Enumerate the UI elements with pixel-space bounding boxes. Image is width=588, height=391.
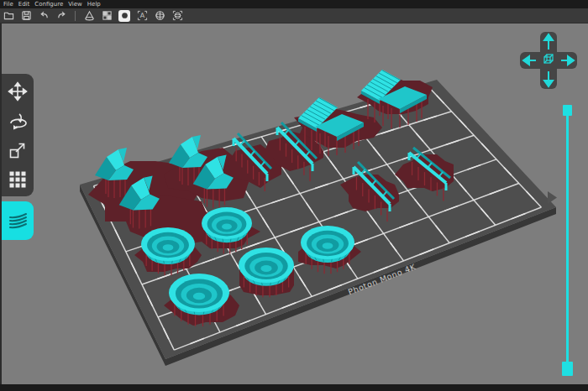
menu-configure[interactable]: Configure: [34, 0, 63, 8]
build-plate-scene[interactable]: Photon Mono 4K: [0, 23, 588, 384]
checker-view-button[interactable]: [101, 10, 113, 22]
text-view-button[interactable]: A: [136, 10, 148, 22]
menu-file[interactable]: File: [3, 0, 13, 8]
scale-tool-button[interactable]: [2, 135, 34, 164]
move-tool-button[interactable]: [2, 76, 34, 106]
redo-arrow-icon: [56, 10, 67, 21]
menu-edit[interactable]: Edit: [18, 0, 30, 8]
filled-circle-icon: [119, 10, 130, 21]
undo-arrow-icon: [39, 10, 50, 21]
sphere-selection-icon: [172, 10, 183, 21]
globe-view-button[interactable]: [154, 10, 165, 22]
app-window: File Edit Configure View Help: [0, 0, 588, 391]
letter-a-icon: A: [137, 10, 148, 21]
solid-view-button[interactable]: [118, 10, 130, 22]
save-button[interactable]: [20, 10, 32, 22]
menu-bar: File Edit Configure View Help: [0, 0, 588, 8]
layer-slider-bottom-handle[interactable]: [562, 362, 573, 376]
layer-slider-top-handle[interactable]: [563, 105, 572, 116]
status-bar: [0, 384, 588, 391]
cone-icon: [84, 10, 95, 21]
expand-panel-arrow[interactable]: [548, 191, 557, 204]
sphere-select-view-button[interactable]: [171, 10, 183, 22]
folder-icon: [3, 10, 14, 21]
toolbar: A: [0, 8, 588, 23]
scale-icon: [8, 140, 28, 160]
undo-button[interactable]: [38, 10, 50, 22]
view-navigation-pad: [520, 32, 577, 89]
rotate-tool-button[interactable]: [2, 106, 34, 135]
supports-tool-button[interactable]: [2, 201, 34, 240]
toolbar-separator: [75, 11, 76, 21]
arrange-tool-button[interactable]: [2, 164, 34, 194]
redo-button[interactable]: [55, 10, 67, 22]
svg-text:A: A: [139, 12, 144, 19]
menu-view[interactable]: View: [68, 0, 82, 8]
move-arrows-icon: [8, 81, 28, 102]
rotate-orbit-icon: [8, 111, 28, 131]
transform-toolbar: [2, 74, 34, 196]
cone-view-button[interactable]: [83, 10, 95, 22]
checkerboard-icon: [102, 10, 113, 21]
layer-slider: [562, 105, 573, 376]
menu-help[interactable]: Help: [87, 0, 101, 8]
grid-array-icon: [8, 169, 28, 190]
viewport-3d[interactable]: Photon Mono 4K: [0, 23, 588, 384]
layers-icon: [6, 209, 29, 232]
open-button[interactable]: [3, 10, 14, 22]
save-icon: [21, 10, 32, 21]
globe-icon: [155, 10, 165, 21]
